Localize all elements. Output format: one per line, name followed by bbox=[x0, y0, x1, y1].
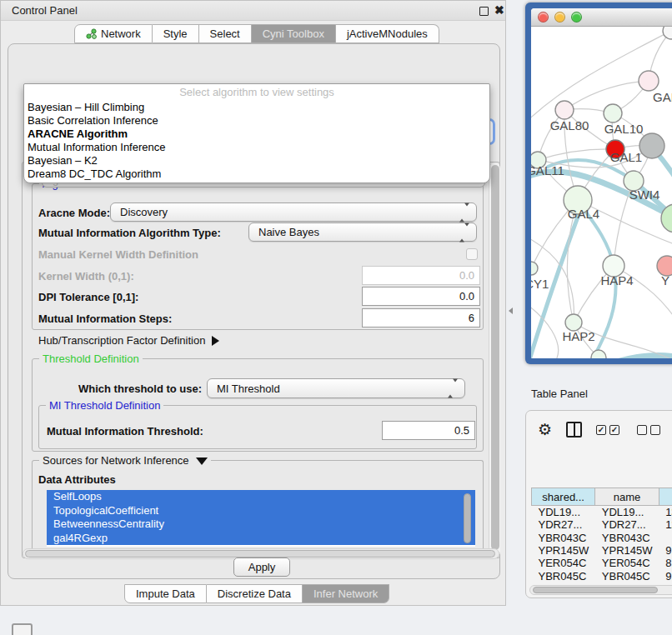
hub-definition-expander[interactable]: Hub/Transcription Factor Definition bbox=[38, 334, 219, 347]
table-row[interactable]: YPR145WYPR145W9. bbox=[532, 544, 672, 557]
column-layout-icon[interactable] bbox=[566, 422, 582, 438]
table-cell: 9. bbox=[659, 570, 672, 582]
apply-button[interactable]: Apply bbox=[233, 558, 290, 577]
algorithm-option[interactable]: Dream8 DC_TDC Algorithm bbox=[24, 168, 489, 181]
expander-collapsed-icon[interactable] bbox=[212, 336, 219, 346]
attribute-list-item[interactable]: TopologicalCoefficient bbox=[47, 504, 475, 518]
settings-hscrollbar-thumb[interactable] bbox=[25, 550, 495, 558]
tab-impute-data[interactable]: Impute Data bbox=[124, 584, 207, 603]
data-attributes-list: SelfLoopsTopologicalCoefficientBetweenne… bbox=[47, 490, 475, 547]
combo-stepper-icon bbox=[459, 206, 469, 218]
aracne-mode-label: Aracne Mode: bbox=[38, 207, 110, 219]
table-cell: YDR27... bbox=[532, 518, 595, 531]
combo-stepper-icon bbox=[448, 382, 458, 395]
network-edge-thick bbox=[531, 172, 672, 233]
kernel-width-value: 0.0 bbox=[459, 269, 474, 282]
settings-scrollbar-thumb[interactable] bbox=[491, 165, 499, 550]
float-window-icon[interactable] bbox=[479, 7, 489, 16]
close-panel-icon[interactable]: ✖ bbox=[494, 3, 504, 17]
algorithm-option[interactable]: Mutual Information Inference bbox=[24, 141, 489, 154]
mi-steps-field[interactable]: 6 bbox=[362, 308, 480, 328]
dpi-tolerance-label: DPI Tolerance [0,1]: bbox=[38, 291, 138, 303]
algorithm-option[interactable]: ARACNE Algorithm bbox=[24, 128, 489, 141]
node-label-pink_top: GAL bbox=[653, 90, 672, 104]
data-attributes-label: Data Attributes bbox=[38, 473, 116, 486]
table-cell: 8. bbox=[659, 557, 672, 569]
tab-discretize-data[interactable]: Discretize Data bbox=[207, 584, 303, 603]
network-node-hap2[interactable] bbox=[565, 314, 582, 331]
tab-label: Network bbox=[101, 28, 141, 40]
algorithm-option[interactable]: Bayesian – K2 bbox=[24, 154, 489, 168]
mi-threshold-label: Mutual Information Threshold: bbox=[47, 425, 203, 438]
table-hscrollbar-thumb[interactable] bbox=[533, 587, 658, 593]
table-cell: 12 bbox=[659, 518, 672, 531]
panel-resize-handle[interactable] bbox=[509, 308, 513, 314]
expander-expanded-icon[interactable] bbox=[196, 458, 208, 465]
mi-threshold-definition-title: MI Threshold Definition bbox=[46, 399, 163, 412]
attribute-list-item[interactable]: SelfLoops bbox=[47, 490, 475, 504]
combo-stepper-icon bbox=[459, 226, 469, 238]
table-cell: YDR27... bbox=[595, 518, 659, 531]
network-node-pink_top[interactable] bbox=[639, 71, 659, 91]
table-row[interactable]: YER054CYER054C8. bbox=[532, 557, 672, 569]
table-row[interactable]: YBL079WYBL079W bbox=[532, 582, 672, 584]
column-header-shared...[interactable]: shared... bbox=[532, 488, 595, 506]
tab-cyni-toolbox[interactable]: Cyni Toolbox bbox=[252, 24, 336, 43]
network-node-gal10[interactable] bbox=[604, 104, 622, 122]
mi-threshold-field[interactable]: 0.5 bbox=[382, 421, 475, 440]
tab-network[interactable]: Network bbox=[74, 24, 153, 43]
column-header-A[interactable]: A bbox=[659, 488, 672, 506]
table-cell: YPR145W bbox=[595, 544, 659, 557]
dpi-tolerance-field[interactable]: 0.0 bbox=[362, 287, 480, 306]
network-node-gray[interactable] bbox=[639, 133, 664, 158]
algorithm-option[interactable]: Basic Correlation Inference bbox=[24, 114, 489, 128]
aracne-mode-combobox[interactable]: Discovery bbox=[110, 202, 477, 222]
apply-button-label: Apply bbox=[248, 561, 276, 573]
column-header-name[interactable]: name bbox=[595, 488, 659, 506]
attribute-list-item[interactable]: BetweennessCentrality bbox=[47, 518, 475, 532]
table-cell: YER054C bbox=[532, 557, 595, 569]
mi-algorithm-type-value: Naive Bayes bbox=[258, 226, 319, 238]
attributes-list-scrollbar[interactable] bbox=[464, 493, 471, 543]
table-row[interactable]: YBR045CYBR045C9. bbox=[532, 570, 672, 582]
tab-jactivemnodules[interactable]: jActiveMNodules bbox=[336, 24, 439, 43]
attribute-list-item[interactable]: gal4RGexp bbox=[47, 532, 475, 546]
select-all-columns-icon[interactable]: ✓✓ bbox=[596, 425, 623, 435]
control-panel-title: Control Panel bbox=[12, 4, 78, 17]
table-row[interactable]: YDR27...YDR27...12 bbox=[532, 518, 672, 531]
zoom-window-icon[interactable] bbox=[571, 12, 582, 22]
network-edge bbox=[564, 81, 649, 110]
network-node-gal80[interactable] bbox=[555, 101, 574, 119]
network-node-gcy1[interactable] bbox=[531, 262, 538, 275]
dpi-tolerance-value: 0.0 bbox=[459, 290, 474, 302]
tab-select[interactable]: Select bbox=[199, 24, 252, 43]
table-settings-gear-icon[interactable]: ⚙ bbox=[538, 422, 552, 438]
table-row[interactable]: YDL19...YDL19...13 bbox=[532, 506, 672, 519]
network-node-top_partial[interactable] bbox=[663, 27, 672, 39]
node-label-gal11: GAL11 bbox=[531, 163, 564, 178]
collapsed-panel-icon[interactable] bbox=[12, 623, 33, 635]
tab-infer-network[interactable]: Infer Network bbox=[303, 584, 389, 603]
table-panel-title: Table Panel bbox=[531, 388, 588, 400]
control-panel-titlebar: Control Panel ✖ bbox=[1, 1, 505, 21]
tab-style[interactable]: Style bbox=[153, 24, 199, 43]
which-threshold-value: MI Threshold bbox=[217, 382, 280, 395]
node-attribute-table: shared...nameA YDL19...YDL19...13YDR27..… bbox=[531, 488, 672, 584]
node-label-gal1: GAL1 bbox=[610, 150, 642, 164]
table-row[interactable]: YBR043CYBR043C bbox=[532, 531, 672, 543]
control-panel-window: Control Panel ✖ NetworkStyleSelectCyni T… bbox=[0, 0, 506, 606]
which-threshold-combobox[interactable]: MI Threshold bbox=[207, 378, 465, 398]
manual-kernel-width-checkbox bbox=[466, 248, 478, 260]
deselect-all-columns-icon[interactable] bbox=[637, 425, 664, 435]
table-cell: YBR045C bbox=[532, 570, 595, 582]
algorithm-option[interactable]: Bayesian – Hill Climbing bbox=[24, 101, 489, 114]
close-window-icon[interactable] bbox=[538, 12, 549, 22]
network-window-titlebar[interactable] bbox=[531, 8, 672, 27]
network-node-bottom_partial[interactable] bbox=[591, 350, 606, 358]
node-label-gal10: GAL10 bbox=[604, 122, 644, 136]
mi-algorithm-type-combobox[interactable]: Naive Bayes bbox=[248, 222, 477, 242]
tab-label: Style bbox=[163, 28, 188, 40]
sources-group-title[interactable]: Sources for Network Inference bbox=[39, 454, 211, 467]
network-canvas[interactable]: GALGAL80GAL10GAL1GAL11SWI4GAL4GCY1HAP4YH… bbox=[531, 27, 672, 358]
minimize-window-icon[interactable] bbox=[554, 12, 565, 22]
